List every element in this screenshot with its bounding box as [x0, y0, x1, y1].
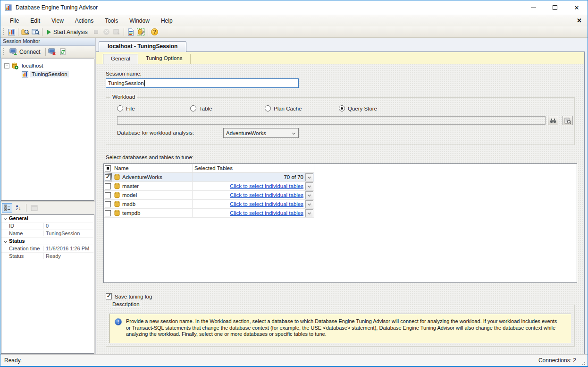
property-label: ID	[9, 223, 44, 229]
app-icon	[5, 4, 12, 11]
maximize-button[interactable]	[544, 0, 566, 15]
categorized-button[interactable]	[2, 203, 12, 213]
workload-groupbox: Workload File Table Plan Cache	[106, 97, 575, 145]
cancel-icon: ✕	[103, 29, 109, 35]
browse-workload-file-button[interactable]	[20, 27, 30, 37]
new-session-button[interactable]	[6, 27, 17, 37]
session-tree: localhost TuningSession	[1, 59, 94, 201]
menu-window[interactable]: Window	[124, 16, 155, 26]
radio-query-store-icon	[339, 105, 345, 111]
tuning-session-icon	[22, 71, 28, 77]
row-dropdown-button[interactable]	[305, 209, 313, 217]
menu-actions[interactable]: Actions	[69, 16, 99, 26]
report-button[interactable]	[126, 27, 136, 37]
refresh-button[interactable]	[58, 47, 68, 57]
select-tables-link[interactable]: Click to select individual tables	[230, 201, 303, 207]
start-analysis-icon	[47, 30, 51, 34]
apply-recommendations-button[interactable]	[136, 27, 146, 37]
row-checkbox[interactable]	[105, 201, 111, 207]
row-checkbox[interactable]	[105, 174, 111, 180]
browse-search-button[interactable]	[548, 116, 558, 125]
session-name-value: TuningSession	[108, 80, 144, 86]
property-row-name[interactable]: Name TuningSession	[1, 230, 94, 238]
radio-query-store-label: Query Store	[348, 106, 377, 111]
session-name-input[interactable]: TuningSession	[106, 78, 299, 88]
description-groupbox: Description ! Provide a new session name…	[106, 305, 575, 347]
chevron-down-icon	[308, 175, 311, 178]
radio-table[interactable]: Table	[190, 105, 212, 111]
table-row[interactable]: msdb Click to select individual tables	[104, 200, 314, 209]
status-bar: Ready. Connections: 2	[0, 354, 588, 366]
start-analysis-button[interactable]: Start Analysis	[44, 27, 91, 37]
property-row-creation-time[interactable]: Creation time 11/6/2016 1:26 PM	[1, 245, 94, 253]
close-icon: ✕	[574, 5, 580, 11]
row-dropdown-button[interactable]	[305, 200, 313, 208]
row-dropdown-button[interactable]	[305, 173, 313, 181]
select-tables-link[interactable]: Click to select individual tables	[230, 183, 303, 189]
property-row-id[interactable]: ID 0	[1, 222, 94, 230]
resize-grip-icon[interactable]	[580, 360, 586, 366]
select-all-checkbox[interactable]	[105, 165, 111, 171]
disconnect-button[interactable]	[47, 47, 58, 57]
tab-tuning-options[interactable]: Tuning Options	[138, 54, 191, 64]
preview-file-icon	[564, 118, 571, 124]
database-name: master	[122, 183, 139, 189]
chevron-down-icon	[308, 211, 311, 214]
menu-view[interactable]: View	[46, 16, 69, 26]
maximize-icon	[553, 5, 557, 10]
property-category-status[interactable]: Status	[1, 238, 94, 245]
help-button[interactable]: ?	[150, 27, 160, 37]
column-header-name[interactable]: Name	[112, 164, 193, 172]
session-toolbar-grip[interactable]	[3, 48, 5, 55]
select-tables-link[interactable]: Click to select individual tables	[230, 210, 303, 216]
menu-file[interactable]: File	[4, 16, 25, 26]
table-row[interactable]: tempdb Click to select individual tables	[104, 209, 314, 218]
row-checkbox[interactable]	[105, 192, 111, 198]
close-button[interactable]: ✕	[566, 0, 588, 15]
grid-header-row: Name Selected Tables	[104, 164, 314, 173]
connections-count: Connections: 2	[538, 357, 576, 364]
preview-workload-button[interactable]	[563, 116, 573, 125]
menu-help[interactable]: Help	[155, 16, 178, 26]
property-row-status[interactable]: Status Ready	[1, 253, 94, 260]
collapse-icon[interactable]	[4, 63, 9, 68]
tree-node-session-label[interactable]: TuningSession	[30, 71, 69, 77]
document-tab[interactable]: localhost - TuningSession	[99, 41, 186, 52]
menu-tools[interactable]: Tools	[99, 16, 124, 26]
tree-node-session[interactable]: TuningSession	[1, 70, 94, 78]
toolbar-grip[interactable]	[3, 28, 5, 35]
property-label: Name	[9, 230, 44, 236]
radio-plan-cache[interactable]: Plan Cache	[265, 105, 302, 111]
select-tables-link[interactable]: Click to select individual tables	[230, 192, 303, 198]
property-value: 11/6/2016 1:26 PM	[44, 246, 89, 251]
radio-file[interactable]: File	[117, 105, 135, 111]
info-icon: !	[115, 318, 122, 325]
browse-workload-table-button[interactable]	[30, 27, 41, 37]
tree-node-localhost[interactable]: localhost	[1, 61, 94, 70]
tab-general[interactable]: General	[103, 54, 138, 64]
menu-edit[interactable]: Edit	[25, 16, 46, 26]
minimize-icon	[531, 8, 536, 8]
row-checkbox[interactable]	[105, 210, 111, 216]
radio-query-store[interactable]: Query Store	[339, 105, 377, 111]
session-monitor-header: Session Monitor	[0, 38, 95, 46]
save-tuning-log-label: Save tuning log	[115, 294, 152, 299]
table-row[interactable]: model Click to select individual tables	[104, 191, 314, 200]
row-dropdown-button[interactable]	[305, 182, 313, 190]
property-category-general[interactable]: General	[1, 215, 94, 222]
connect-button[interactable]: Connect	[6, 47, 44, 57]
column-header-selected-tables[interactable]: Selected Tables	[193, 165, 314, 171]
selected-tables-count: 70 of 70	[193, 174, 305, 180]
table-row[interactable]: master Click to select individual tables	[104, 182, 314, 191]
save-tuning-log-checkbox[interactable]: Save tuning log	[106, 293, 152, 299]
table-row[interactable]: AdventureWorks 70 of 70	[104, 173, 314, 182]
minimize-button[interactable]	[522, 0, 544, 15]
document-close-icon[interactable]: ✕	[571, 17, 588, 24]
alphabetical-sort-button[interactable]: AZ↓	[13, 203, 24, 213]
chevron-down-icon	[292, 131, 295, 135]
row-checkbox[interactable]	[105, 183, 111, 189]
alphabetical-sort-icon: AZ↓	[16, 205, 21, 211]
workload-database-combo[interactable]: AdventureWorks	[223, 128, 299, 138]
row-dropdown-button[interactable]	[305, 191, 313, 199]
tree-node-localhost-label[interactable]: localhost	[20, 62, 44, 69]
